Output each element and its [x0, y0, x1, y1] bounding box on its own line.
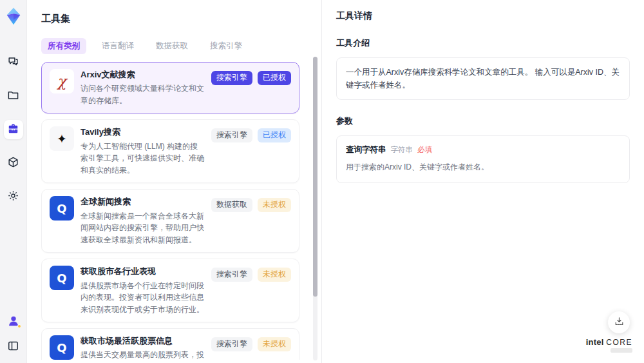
- category-badge: 搜索引擎: [211, 71, 252, 85]
- category-tabs: 所有类别 语言翻译 数据获取 搜索引擎: [41, 38, 307, 54]
- tool-card-stock-sector[interactable]: Q 获取股市各行业表现 提供股票市场各个行业在特定时间段内的表现。投资者可以利用…: [41, 259, 299, 322]
- intro-heading: 工具介绍: [336, 37, 630, 49]
- auth-status-badge: 已授权: [258, 128, 291, 142]
- tool-card-arxiv[interactable]: χ Arxiv文献搜索 访问各个研究领域大量科学论文和文章的存储库。 搜索引擎 …: [41, 62, 299, 113]
- active-stock-icon: Q: [50, 335, 74, 360]
- tab-data-fetch[interactable]: 数据获取: [149, 38, 194, 54]
- auth-status-badge: 未授权: [258, 268, 291, 282]
- tool-description: 提供当天交易量最高的股票列表，投资者可以利用这些信息来识别流动性强的股票和潜在的…: [80, 349, 205, 360]
- tool-name: 获取股市各行业表现: [80, 266, 205, 277]
- category-badge: 搜索引擎: [211, 268, 252, 282]
- app-window: 工具集 所有类别 语言翻译 数据获取 搜索引擎 χ Arxiv文献搜索 访问各个…: [0, 0, 644, 363]
- tab-language-translation[interactable]: 语言翻译: [95, 38, 140, 54]
- sidebar-item-tools[interactable]: [4, 120, 23, 139]
- tool-detail-panel: 工具详情 工具介绍 一个用于从Arxiv存储库搜索科学论文和文章的工具。 输入可…: [322, 0, 644, 363]
- collapse-sidebar-button[interactable]: [4, 337, 23, 357]
- tavily-star-icon: ✦: [50, 126, 74, 151]
- sidebar-item-packages[interactable]: [4, 153, 23, 173]
- scrollbar-thumb[interactable]: [313, 57, 317, 297]
- tool-card-active-stocks[interactable]: Q 获取市场最活跃股票信息 提供当天交易量最高的股票列表，投资者可以利用这些信息…: [41, 328, 299, 360]
- tool-name: Tavily搜索: [80, 126, 205, 138]
- status-dot: [17, 324, 21, 328]
- auth-status-badge: 已授权: [258, 71, 291, 85]
- param-card: 查询字符串 字符串 必填 用于搜索的Arxiv ID、关键字或作者姓名。: [336, 135, 630, 183]
- left-rail: [0, 0, 27, 363]
- page-title: 工具集: [41, 13, 307, 25]
- toolbox-icon: [7, 123, 19, 137]
- download-button[interactable]: [608, 311, 630, 333]
- stock-sector-icon: Q: [50, 266, 74, 290]
- tab-all-categories[interactable]: 所有类别: [41, 38, 86, 54]
- auth-status-badge: 未授权: [258, 198, 291, 212]
- tool-name: 获取市场最活跃股票信息: [80, 335, 205, 347]
- list-scrollbar[interactable]: [313, 57, 317, 360]
- news-search-icon: Q: [50, 196, 74, 221]
- tool-description: 访问各个研究领域大量科学论文和文章的存储库。: [80, 83, 205, 106]
- sidebar-item-settings[interactable]: [4, 187, 23, 206]
- rail-nav: [4, 53, 23, 206]
- intel-core-logo: intel CORE: [586, 337, 632, 353]
- tool-description: 提供股票市场各个行业在特定时间段内的表现。投资者可以利用这些信息来识别表现优于或…: [80, 280, 205, 316]
- param-description: 用于搜索的Arxiv ID、关键字或作者姓名。: [346, 161, 620, 173]
- tool-list-panel: 工具集 所有类别 语言翻译 数据获取 搜索引擎 χ Arxiv文献搜索 访问各个…: [27, 0, 322, 363]
- tool-card-global-news[interactable]: Q 全球新闻搜索 全球新闻搜索是一个聚合全球各大新闻网站内容的搜索引擎，帮助用户…: [41, 189, 299, 253]
- rail-bottom: [4, 314, 23, 357]
- tool-list: χ Arxiv文献搜索 访问各个研究领域大量科学论文和文章的存储库。 搜索引擎 …: [41, 62, 307, 360]
- category-badge: 搜索引擎: [211, 337, 252, 351]
- chat-icon: [7, 55, 19, 70]
- tool-name: Arxiv文献搜索: [80, 69, 205, 81]
- param-type: 字符串: [391, 145, 413, 155]
- param-required-label: 必填: [417, 145, 432, 155]
- cube-icon: [7, 156, 19, 171]
- collapse-panel-icon: [7, 340, 19, 355]
- user-avatar[interactable]: [6, 314, 21, 328]
- params-heading: 参数: [336, 115, 630, 127]
- category-badge: 搜索引擎: [211, 128, 252, 142]
- tool-description: 专为人工智能代理 (LLM) 构建的搜索引擎工具，可快速提供实时、准确和真实的结…: [80, 141, 205, 177]
- brand-intel: intel: [586, 337, 604, 347]
- auth-status-badge: 未授权: [258, 337, 291, 351]
- brand-core: CORE: [606, 338, 632, 347]
- tool-name: 全球新闻搜索: [80, 196, 205, 208]
- sidebar-item-files[interactable]: [4, 86, 23, 106]
- detail-title: 工具详情: [336, 10, 630, 22]
- app-logo: [4, 6, 23, 26]
- gear-icon: [7, 190, 19, 204]
- tool-description: 全球新闻搜索是一个聚合全球各大新闻网站内容的搜索引擎，帮助用户快速获取全球最新资…: [80, 210, 205, 246]
- arxiv-icon: χ: [50, 69, 74, 93]
- download-icon: [614, 316, 625, 329]
- sidebar-item-chat[interactable]: [4, 53, 23, 72]
- category-badge: 数据获取: [211, 198, 252, 212]
- tool-intro-text: 一个用于从Arxiv存储库搜索科学论文和文章的工具。 输入可以是Arxiv ID…: [336, 57, 630, 100]
- param-name: 查询字符串: [346, 144, 386, 155]
- folder-icon: [7, 89, 19, 104]
- brand-subtext: [611, 348, 632, 353]
- tool-card-tavily[interactable]: ✦ Tavily搜索 专为人工智能代理 (LLM) 构建的搜索引擎工具，可快速提…: [41, 119, 299, 183]
- tab-search-engine[interactable]: 搜索引擎: [204, 38, 249, 54]
